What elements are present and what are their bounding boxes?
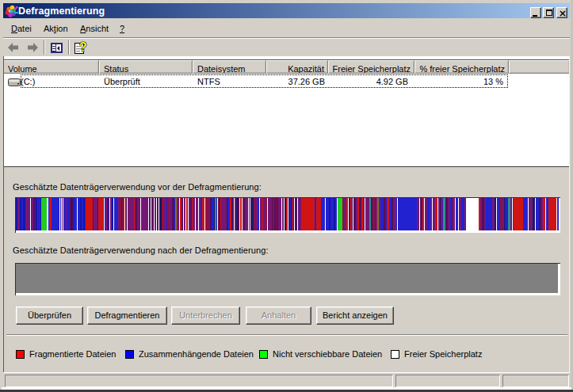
svg-text:?: ? [79,40,87,54]
